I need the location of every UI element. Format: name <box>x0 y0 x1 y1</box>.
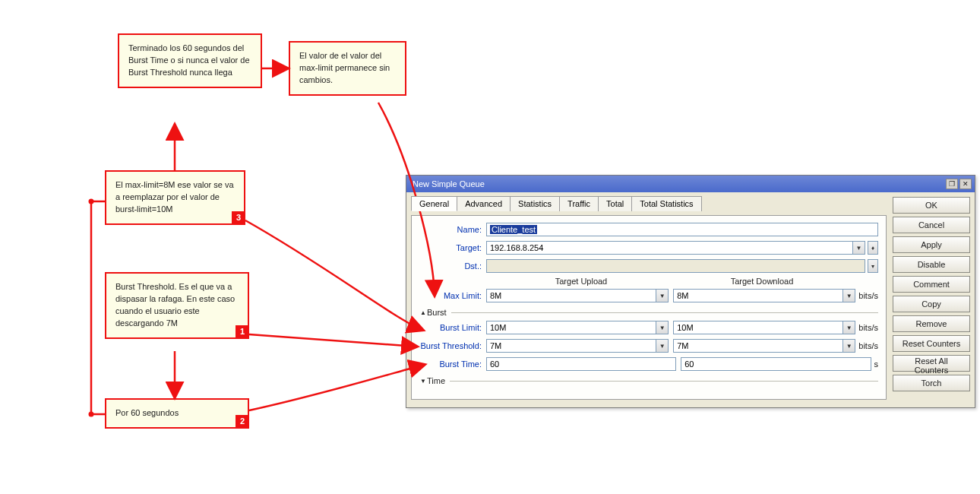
section-burst-label: Burst <box>427 308 447 317</box>
badge-2: 2 <box>236 415 249 429</box>
tab-statistics[interactable]: Statistics <box>510 196 560 211</box>
dialog-new-simple-queue: New Simple Queue ❐ ✕ General Advanced St… <box>406 175 975 408</box>
restore-icon[interactable]: ❐ <box>946 179 958 189</box>
label-burst-limit: Burst Limit: <box>419 323 486 332</box>
burst-threshold-upload[interactable]: 7M <box>486 339 656 353</box>
tab-traffic[interactable]: Traffic <box>559 196 599 211</box>
dst-field[interactable] <box>486 259 865 273</box>
window-title: New Simple Queue <box>413 179 485 188</box>
note-text: El max-limit=8M ese valor se va a reempl… <box>115 180 234 214</box>
chevron-down-icon[interactable]: ▼ <box>843 289 855 302</box>
target-field[interactable]: 192.168.8.254 <box>486 241 853 255</box>
comment-button[interactable]: Comment <box>893 276 970 293</box>
reset-counters-button[interactable]: Reset Counters <box>893 335 970 352</box>
note-maxlimit-replaced: El max-limit=8M ese valor se va a reempl… <box>105 170 245 225</box>
note-burst-time-end: Terminado los 60 segundos del Burst Time… <box>118 33 262 88</box>
apply-button[interactable]: Apply <box>893 236 970 253</box>
unit-bits: bits/s <box>858 291 878 300</box>
badge-1: 1 <box>236 325 249 339</box>
tab-total[interactable]: Total <box>598 196 632 211</box>
note-burst-threshold: Burst Threshold. Es el que va a dispasar… <box>105 272 249 339</box>
torch-button[interactable]: Torch <box>893 375 970 391</box>
label-name: Name: <box>419 225 486 234</box>
label-target: Target: <box>419 243 486 252</box>
label-burst-threshold: Burst Threshold: <box>419 341 486 350</box>
note-maxlimit-unchanged: El valor de el valor del max-limit perma… <box>289 41 406 96</box>
tab-total-statistics[interactable]: Total Statistics <box>631 196 701 211</box>
dst-expand[interactable]: ▾ <box>868 259 878 273</box>
svg-point-0 <box>89 199 94 204</box>
chevron-down-icon[interactable]: ▼ <box>843 321 855 334</box>
target-stepper[interactable]: ♦ <box>868 241 878 255</box>
section-time-label: Time <box>427 376 445 385</box>
copy-button[interactable]: Copy <box>893 296 970 312</box>
label-dst: Dst.: <box>419 261 486 271</box>
burst-limit-upload[interactable]: 10M <box>486 321 656 334</box>
unit-bits: bits/s <box>858 341 878 350</box>
burst-time-upload[interactable]: 60 <box>486 357 676 371</box>
tabs: General Advanced Statistics Traffic Tota… <box>411 195 887 211</box>
name-field[interactable]: Cliente_test <box>486 223 878 236</box>
chevron-down-icon[interactable]: ▼ <box>853 241 865 255</box>
label-burst-time: Burst Time: <box>419 359 486 369</box>
section-burst[interactable]: ▲ Burst <box>419 306 878 318</box>
note-text: Burst Threshold. Es el que va a dispasar… <box>115 282 235 328</box>
tab-advanced[interactable]: Advanced <box>457 196 511 211</box>
burst-threshold-download[interactable]: 7M <box>673 339 843 353</box>
note-text: Por 60 segundos <box>115 408 179 417</box>
unit-bits: bits/s <box>858 323 878 332</box>
note-text: Terminado los 60 segundos del Burst Time… <box>128 43 250 77</box>
section-time[interactable]: ▼ Time <box>419 375 878 387</box>
chevron-down-icon[interactable]: ▼ <box>843 339 855 353</box>
chevron-down-icon[interactable]: ▼ <box>656 321 669 334</box>
close-icon[interactable]: ✕ <box>959 179 972 189</box>
label-max-limit: Max Limit: <box>419 291 486 300</box>
name-value: Cliente_test <box>490 225 537 234</box>
chevron-down-icon[interactable]: ▼ <box>656 289 669 302</box>
ok-button[interactable]: OK <box>893 197 970 214</box>
note-60-seconds: Por 60 segundos 2 <box>105 398 249 429</box>
burst-limit-download[interactable]: 10M <box>673 321 843 334</box>
remove-button[interactable]: Remove <box>893 315 970 332</box>
badge-3: 3 <box>232 211 245 225</box>
note-text: El valor de el valor del max-limit perma… <box>299 51 390 84</box>
tab-general[interactable]: General <box>411 196 457 211</box>
triangle-up-icon: ▲ <box>419 309 427 316</box>
cancel-button[interactable]: Cancel <box>893 217 970 233</box>
chevron-down-icon[interactable]: ▼ <box>656 339 669 353</box>
triangle-down-icon: ▼ <box>419 378 427 385</box>
unit-seconds: s <box>874 359 879 369</box>
col-target-upload: Target Upload <box>491 277 672 286</box>
max-limit-download[interactable]: 8M <box>673 289 843 302</box>
disable-button[interactable]: Disable <box>893 256 970 273</box>
max-limit-upload[interactable]: 8M <box>486 289 656 302</box>
svg-point-1 <box>89 412 94 417</box>
col-target-download: Target Download <box>672 277 852 286</box>
reset-all-counters-button[interactable]: Reset All Counters <box>893 355 970 372</box>
burst-time-download[interactable]: 60 <box>681 357 871 371</box>
titlebar[interactable]: New Simple Queue ❐ ✕ <box>406 176 975 192</box>
